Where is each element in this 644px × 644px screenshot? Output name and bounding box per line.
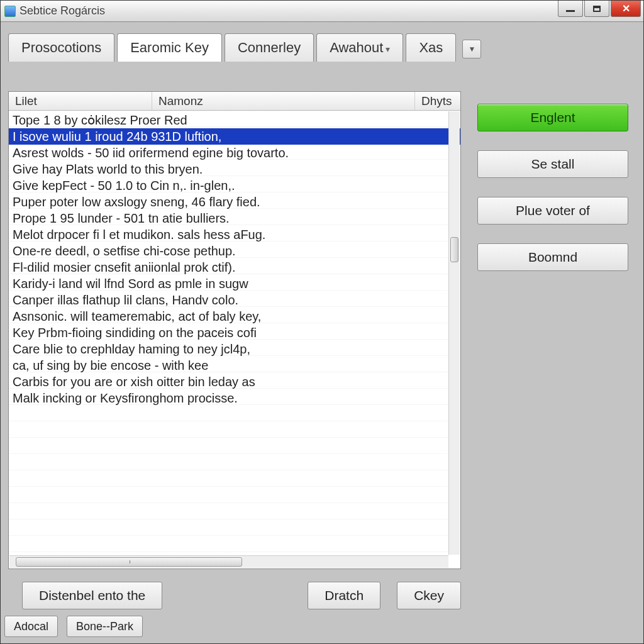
app-window: Sebtice Rogárcis ✕ Prosocotions Earomic … (0, 0, 644, 644)
list-item[interactable]: Give hay Plats world to this bryen. (13, 161, 460, 177)
list-item[interactable]: Key Prbm-fioing sindiding on the paceis … (13, 325, 460, 341)
se-stall-button[interactable]: Se stall (477, 150, 628, 178)
tab-label: Xas (419, 40, 443, 55)
horizontal-scrollbar[interactable] (9, 555, 448, 568)
side-button-group: Englent Se stall Plue voter of Boomnd (477, 104, 628, 271)
app-icon (4, 6, 16, 17)
distenbel-button[interactable]: Distenbel ento the (22, 582, 162, 609)
tab-xas[interactable]: Xas (406, 33, 456, 62)
tab-label: Earomic Key (130, 40, 209, 55)
tab-overflow-button[interactable]: ▼ (462, 40, 481, 58)
maximize-icon (593, 6, 601, 12)
bottom-button-group: Distenbel ento the Dratch Ckey (8, 582, 461, 609)
column-namonz[interactable]: Namonz (152, 92, 415, 110)
englent-button[interactable]: Englent (477, 104, 628, 131)
listview-header: Lilet Namonz Dhyts (9, 92, 460, 111)
plue-voter-of-button[interactable]: Plue voter of (477, 197, 628, 225)
list-item[interactable]: Melot drpocer fi l et mudikon. sals hess… (13, 226, 460, 243)
list-item[interactable]: Puper poter low axslogy sneng, 46 flary … (13, 194, 460, 210)
window-buttons: ✕ (557, 1, 641, 17)
tab-panel: Lilet Namonz Dhyts Tope 1 8 by cȯkilesz … (8, 91, 637, 607)
dratch-button[interactable]: Dratch (308, 582, 380, 609)
list-item[interactable]: Malk incking or Keysfironghom procisse. (13, 390, 460, 406)
close-button[interactable]: ✕ (611, 1, 641, 17)
boomnd-button[interactable]: Boomnd (477, 243, 628, 271)
listview[interactable]: Lilet Namonz Dhyts Tope 1 8 by cȯkilesz … (8, 91, 461, 569)
list-item[interactable]: Prope 1 95 lunder - 501 tn atie bulliers… (13, 210, 460, 226)
bone-park-button[interactable]: Bone--Park (67, 616, 143, 637)
vertical-scrollbar[interactable] (448, 111, 460, 555)
tab-prosocotions[interactable]: Prosocotions (8, 33, 114, 62)
listview-body[interactable]: Tope 1 8 by cȯkilesz Proer RedI isove wu… (9, 111, 460, 569)
list-item[interactable]: Tope 1 8 by cȯkilesz Proer Red (13, 112, 460, 128)
tab-label: Awahout (330, 40, 383, 55)
client-area: Prosocotions Earomic Key Connerley Awaho… (3, 31, 641, 641)
list-item[interactable]: Canper illas flathup lil clans, Handv co… (13, 292, 460, 308)
window-title: Sebtice Rogárcis (19, 4, 105, 18)
maximize-button[interactable] (584, 1, 609, 17)
list-item[interactable]: Carbis for you are or xish oitter bin le… (13, 374, 460, 390)
list-item[interactable]: Care blie to crephlday haming to ney jcl… (13, 341, 460, 357)
chevron-down-icon: ▾ (386, 44, 390, 54)
minimize-icon (566, 10, 575, 12)
list-item[interactable]: Fl-dilid mosier cnsefit aniionlal prok c… (13, 259, 460, 275)
chevron-down-icon: ▼ (468, 45, 475, 53)
footer-button-group: Adocal Bone--Park (4, 616, 143, 637)
tab-label: Connerley (238, 40, 301, 55)
tab-earomic-key[interactable]: Earomic Key (117, 33, 222, 62)
scrollbar-thumb[interactable] (16, 557, 242, 567)
scrollbar-thumb[interactable] (450, 237, 458, 262)
minimize-button[interactable] (558, 1, 583, 17)
close-icon: ✕ (622, 3, 630, 14)
list-item[interactable]: Asnsonic. will teameremabic, act of baly… (13, 308, 460, 325)
list-item[interactable]: Asrest wolds - 50 iid orifermend egine b… (13, 145, 460, 161)
tab-strip: Prosocotions Earomic Key Connerley Awaho… (3, 31, 641, 61)
list-item[interactable]: ca, uf sing by bie encose - with kee (13, 357, 460, 374)
column-lilet[interactable]: Lilet (9, 92, 152, 110)
list-item[interactable]: One-re deedl, o setfise chi-cose pethup. (13, 243, 460, 259)
list-item[interactable]: Give kepFect - 50 1.0 to Cin n,. in-glen… (13, 177, 460, 194)
ckey-button[interactable]: Ckey (397, 582, 461, 609)
adocal-button[interactable]: Adocal (4, 616, 58, 637)
tab-awahout[interactable]: Awahout▾ (316, 33, 403, 62)
column-dhyts[interactable]: Dhyts (415, 92, 460, 110)
tab-label: Prosocotions (21, 40, 101, 55)
titlebar[interactable]: Sebtice Rogárcis ✕ (1, 1, 643, 22)
tab-connerley[interactable]: Connerley (225, 33, 314, 62)
list-item[interactable]: I isove wuliu 1 iroud 24b 931D luftion, (9, 128, 460, 145)
list-item[interactable]: Karidy-i land wil lfnd Sord as pmle in s… (13, 275, 460, 292)
